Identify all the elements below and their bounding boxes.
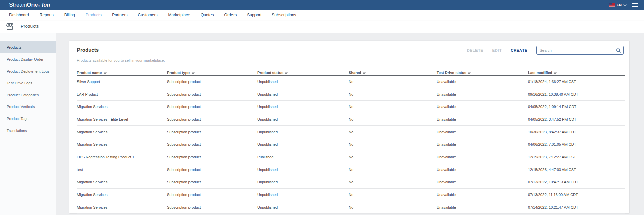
nav-tab-customers[interactable]: Customers (138, 13, 157, 17)
nav-tab-quotes[interactable]: Quotes (201, 13, 214, 17)
delete-button[interactable]: DELETE (467, 48, 483, 52)
edit-button[interactable]: EDIT (492, 48, 502, 52)
nav-tab-billing[interactable]: Billing (64, 13, 75, 17)
table-row[interactable]: Migration ServicesSubscription productUn… (77, 126, 625, 138)
cell-product-type: Subscription product (167, 205, 257, 209)
sidebar-item-test-drive-logs[interactable]: Test Drive Logs (0, 77, 56, 89)
table-header-row: Product nameProduct typeProduct statusSh… (77, 70, 625, 76)
sidebar-item-translations[interactable]: Translations (0, 124, 56, 136)
column-header-shared[interactable]: Shared (349, 71, 437, 75)
cell-last-modified: 04/05/2022, 1:09:14 PM CDT (528, 105, 625, 109)
app-logo: StreamOne®Ion (9, 2, 50, 8)
table-row[interactable]: Migration ServicesSubscription productUn… (77, 176, 625, 189)
nav-tab-support[interactable]: Support (247, 13, 261, 17)
table-row[interactable]: Migration ServicesSubscription productUn… (77, 101, 625, 113)
table-body: Silver SupportSubscription productUnpubl… (77, 76, 625, 214)
sidebar: ProductsProduct Display OrderProduct Dep… (0, 33, 56, 215)
products-card: Products Products available for you to s… (69, 41, 629, 213)
cell-last-modified: 01/18/2024, 1:36:27 AM CST (528, 80, 625, 84)
nav-tab-orders[interactable]: Orders (224, 13, 237, 17)
column-label: Test Drive status (437, 71, 466, 75)
column-header-product-status[interactable]: Product status (257, 71, 349, 75)
cell-product-name: test (77, 168, 167, 172)
table-row[interactable]: testSubscription productUnpublishedNoUna… (77, 163, 625, 176)
cell-shared: No (349, 193, 437, 197)
cell-product-status: Unpublished (257, 142, 349, 146)
sidebar-item-product-display-order[interactable]: Product Display Order (0, 53, 56, 65)
search-input[interactable] (537, 48, 616, 52)
cell-product-type: Subscription product (167, 142, 257, 146)
table-row[interactable]: Migration ServicesSubscription productUn… (77, 189, 625, 201)
sort-icon (468, 71, 472, 74)
search-icon[interactable] (616, 48, 621, 53)
table-row[interactable]: OPS Regression Testing Product 1Subscrip… (77, 151, 625, 163)
sort-icon (104, 71, 107, 74)
cell-last-modified: 12/19/2023, 7:12:27 AM CST (528, 155, 625, 159)
nav-tab-products[interactable]: Products (86, 13, 102, 17)
cell-shared: No (349, 168, 437, 172)
chevron-down-icon (623, 4, 627, 6)
cell-shared: No (349, 80, 437, 84)
cell-test-drive-status: Unavailable (437, 142, 528, 146)
section-title: Products (21, 24, 39, 29)
cell-shared: No (349, 180, 437, 184)
language-code: EN (617, 3, 622, 7)
sidebar-item-products[interactable]: Products (0, 41, 56, 53)
nav-tab-marketplace[interactable]: Marketplace (168, 13, 190, 17)
column-label: Product type (167, 71, 190, 75)
table-row[interactable]: Migration Services - Elite LevelSubscrip… (77, 113, 625, 126)
cell-product-type: Subscription product (167, 130, 257, 134)
column-header-last-modified[interactable]: Last modified (528, 71, 625, 75)
language-selector[interactable]: EN (609, 3, 627, 7)
cell-product-status: Unpublished (257, 92, 349, 96)
table-row[interactable]: Migration ServicesSubscription productUn… (77, 138, 625, 151)
cell-test-drive-status: Unavailable (437, 180, 528, 184)
nav-tab-dashboard[interactable]: Dashboard (9, 13, 29, 17)
cell-last-modified: 04/05/2022, 3:47:52 PM CDT (528, 117, 625, 121)
nav-tabs: DashboardReportsBillingProductsPartnersC… (0, 10, 644, 20)
hamburger-menu-icon[interactable] (631, 2, 639, 8)
cell-product-status: Unpublished (257, 168, 349, 172)
cell-last-modified: 07/13/2022, 10:47:13 AM CDT (528, 180, 625, 184)
column-header-product-type[interactable]: Product type (167, 71, 257, 75)
cell-product-status: Published (257, 155, 349, 159)
nav-tab-subscriptions[interactable]: Subscriptions (272, 13, 296, 17)
sort-icon (363, 71, 367, 74)
sort-icon (554, 71, 558, 74)
column-header-product-name[interactable]: Product name (77, 71, 167, 75)
brand-stream: Stream (9, 2, 27, 8)
cell-product-type: Subscription product (167, 92, 257, 96)
table-row[interactable]: LAR ProductSubscription productUnpublish… (77, 88, 625, 101)
cell-product-type: Subscription product (167, 180, 257, 184)
column-label: Product status (257, 71, 283, 75)
sidebar-item-product-tags[interactable]: Product Tags (0, 113, 56, 124)
table-row[interactable]: Silver SupportSubscription productUnpubl… (77, 76, 625, 88)
column-header-test-drive-status[interactable]: Test Drive status (437, 71, 528, 75)
cell-product-name: Migration Services (77, 105, 167, 109)
create-button[interactable]: CREATE (511, 48, 527, 52)
sidebar-item-product-categories[interactable]: Product Categories (0, 89, 56, 101)
nav-tab-reports[interactable]: Reports (40, 13, 54, 17)
cell-last-modified: 12/15/2023, 4:47:03 AM CST (528, 168, 625, 172)
table-row[interactable]: Migration ServicesSubscription productUn… (77, 201, 625, 214)
cell-product-name: Migration Services (77, 180, 167, 184)
cell-product-name: LAR Product (77, 92, 167, 96)
cell-test-drive-status: Unavailable (437, 205, 528, 209)
cell-last-modified: 07/13/2022, 11:16:00 AM CDT (528, 193, 625, 197)
cell-product-type: Subscription product (167, 155, 257, 159)
cell-shared: No (349, 92, 437, 96)
section-header: Products (0, 20, 644, 33)
cell-product-name: OPS Regression Testing Product 1 (77, 155, 167, 159)
cell-product-type: Subscription product (167, 80, 257, 84)
cell-product-type: Subscription product (167, 168, 257, 172)
cell-product-status: Unpublished (257, 117, 349, 121)
sidebar-item-product-verticals[interactable]: Product Verticals (0, 101, 56, 113)
nav-tab-partners[interactable]: Partners (112, 13, 127, 17)
sidebar-item-product-deployment-logs[interactable]: Product Deployment Logs (0, 65, 56, 77)
cell-test-drive-status: Unavailable (437, 105, 528, 109)
cell-test-drive-status: Unavailable (437, 130, 528, 134)
topbar: StreamOne®Ion EN (0, 0, 644, 10)
cell-test-drive-status: Unavailable (437, 155, 528, 159)
cell-shared: No (349, 142, 437, 146)
cell-product-status: Unpublished (257, 180, 349, 184)
